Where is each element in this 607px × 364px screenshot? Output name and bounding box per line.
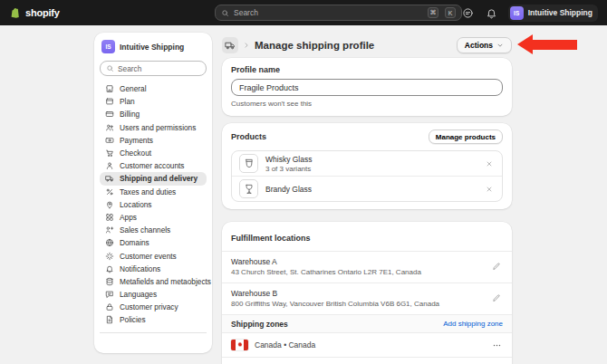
store-name: Intuitive Shipping bbox=[120, 43, 184, 52]
add-shipping-zone-link[interactable]: Add shipping zone bbox=[443, 320, 503, 328]
sidebar-item-policies[interactable]: Policies bbox=[100, 313, 207, 326]
profile-name-input[interactable] bbox=[231, 79, 503, 96]
settings-nav: General Plan Billing Users and permissio… bbox=[100, 82, 207, 327]
settings-sidebar: IS Intuitive Shipping Search General Pla… bbox=[94, 33, 212, 353]
profile-name-card: Profile name Customers won't see this bbox=[222, 58, 512, 116]
actions-button-label: Actions bbox=[465, 41, 493, 50]
product-row-brandy-glass: Brandy Glass bbox=[232, 176, 502, 201]
truck-icon bbox=[105, 174, 114, 183]
zone-row-canada: Canada • Canada bbox=[222, 332, 512, 357]
plan-icon bbox=[105, 97, 114, 106]
checkout-icon bbox=[105, 148, 114, 158]
chevron-right-icon bbox=[243, 42, 250, 49]
store-switcher[interactable]: IS Intuitive Shipping bbox=[100, 40, 207, 53]
bell-icon bbox=[486, 7, 497, 19]
sidebar-search-input[interactable]: Search bbox=[100, 61, 207, 76]
users-icon bbox=[105, 123, 114, 132]
shortcut-key-k: K bbox=[445, 7, 456, 18]
location-name: Warehouse B bbox=[231, 289, 439, 298]
person-icon bbox=[105, 161, 114, 170]
notifications-button[interactable] bbox=[485, 5, 499, 20]
lock-icon bbox=[105, 302, 114, 311]
remove-product-button[interactable] bbox=[484, 158, 495, 169]
sidebar-item-customer-accounts[interactable]: Customer accounts bbox=[100, 159, 207, 172]
sidebar-item-customer-privacy[interactable]: Customer privacy bbox=[100, 301, 207, 313]
annotation-arrow bbox=[517, 34, 577, 54]
profile-name-label: Profile name bbox=[231, 65, 503, 74]
manage-products-button[interactable]: Manage products bbox=[429, 129, 503, 144]
location-name: Warehouse A bbox=[231, 257, 421, 266]
page-title: Manage shipping profile bbox=[255, 40, 374, 51]
sidebar-item-payments[interactable]: Payments bbox=[100, 134, 207, 147]
shopify-logo[interactable]: shopify bbox=[9, 6, 60, 19]
main-content: Manage shipping profile Actions Profile … bbox=[222, 36, 512, 364]
maple-leaf-icon bbox=[236, 341, 244, 349]
sidebar-item-notifications[interactable]: Notifications bbox=[100, 263, 207, 275]
sidebar-item-domains[interactable]: Domains bbox=[100, 236, 207, 249]
topbar: shopify Search ⌘ K IS Intuitive Shipping bbox=[0, 0, 607, 25]
global-search-input[interactable]: Search ⌘ K bbox=[215, 5, 462, 21]
page-canvas: IS Intuitive Shipping Search General Pla… bbox=[0, 25, 607, 364]
shipping-breadcrumb-button[interactable] bbox=[222, 37, 238, 53]
sidebar-item-metafields-and-metaobjects[interactable]: Metafields and metaobjects bbox=[100, 275, 207, 288]
sidebar-item-locations[interactable]: Locations bbox=[100, 198, 207, 211]
sidebar-item-checkout[interactable]: Checkout bbox=[100, 147, 207, 159]
sidebar-item-sales-channels[interactable]: Sales channels bbox=[100, 224, 207, 236]
payments-icon bbox=[105, 136, 114, 145]
product-name: Brandy Glass bbox=[265, 185, 312, 194]
search-icon bbox=[106, 64, 114, 72]
location-address: 43 Church Street, St. Catharines Ontario… bbox=[231, 268, 421, 276]
edit-location-button[interactable] bbox=[492, 293, 503, 304]
sidebar-item-users-and-permissions[interactable]: Users and permissions bbox=[100, 121, 207, 134]
fulfillment-locations-card: Fulfillment locations Warehouse A 43 Chu… bbox=[222, 222, 512, 364]
zone-options-button[interactable] bbox=[490, 339, 503, 351]
user-menu[interactable]: IS Intuitive Shipping bbox=[508, 5, 598, 22]
pin-icon bbox=[105, 200, 114, 209]
shopify-wordmark: shopify bbox=[25, 7, 60, 18]
products-card-title: Products bbox=[231, 132, 266, 141]
sidebar-search-placeholder: Search bbox=[118, 64, 141, 73]
metafields-icon bbox=[105, 277, 114, 286]
shopify-bag-icon bbox=[9, 6, 22, 19]
fulfillment-card-title: Fulfillment locations bbox=[231, 234, 311, 243]
rate-row-express: Express 1 to 2 business days $5.00 bbox=[222, 357, 512, 364]
remove-product-button[interactable] bbox=[484, 184, 495, 195]
locations-list: Warehouse A 43 Church Street, St. Cathar… bbox=[222, 251, 512, 314]
percent-icon bbox=[105, 187, 114, 196]
zone-label: Canada • Canada bbox=[255, 340, 315, 350]
product-variants: 3 of 3 variants bbox=[265, 165, 312, 173]
product-name: Whisky Glass bbox=[265, 155, 312, 164]
close-icon bbox=[486, 186, 493, 193]
pencil-icon bbox=[492, 262, 501, 271]
glass-brandy-icon bbox=[243, 183, 255, 196]
sidebar-item-taxes-and-duties[interactable]: Taxes and duties bbox=[100, 186, 207, 198]
globe-icon bbox=[105, 238, 114, 247]
sidekick-button[interactable] bbox=[461, 5, 476, 20]
location-address: 800 Griffiths Way, Vancouver British Col… bbox=[231, 300, 439, 308]
profile-name-helper: Customers won't see this bbox=[231, 100, 503, 108]
sidebar-item-customer-events[interactable]: Customer events bbox=[100, 249, 207, 262]
close-icon bbox=[486, 160, 493, 168]
sidebar-footer-divider bbox=[100, 332, 207, 352]
search-icon bbox=[221, 9, 229, 17]
canada-flag-icon bbox=[231, 340, 248, 350]
product-row-whisky-glass: Whisky Glass 3 of 3 variants bbox=[232, 151, 502, 176]
global-search-placeholder: Search bbox=[234, 8, 421, 17]
avatar: IS bbox=[510, 6, 524, 20]
sidebar-item-apps[interactable]: Apps bbox=[100, 211, 207, 224]
store-icon bbox=[105, 84, 114, 93]
policies-icon bbox=[105, 315, 114, 324]
sidebar-item-languages[interactable]: Languages bbox=[100, 288, 207, 301]
location-row-warehouse-a: Warehouse A 43 Church Street, St. Cathar… bbox=[222, 251, 512, 283]
products-card: Products Manage products Whisky Glass 3 … bbox=[222, 123, 512, 209]
sidebar-item-plan[interactable]: Plan bbox=[100, 95, 207, 108]
sidebar-item-general[interactable]: General bbox=[100, 82, 207, 95]
sidebar-item-billing[interactable]: Billing bbox=[100, 108, 207, 120]
products-list: Whisky Glass 3 of 3 variants Brandy Glas… bbox=[231, 150, 503, 202]
sidebar-item-shipping-and-delivery[interactable]: Shipping and delivery bbox=[100, 172, 207, 185]
edit-location-button[interactable] bbox=[492, 262, 503, 273]
actions-button[interactable]: Actions bbox=[457, 37, 512, 53]
location-row-warehouse-b: Warehouse B 800 Griffiths Way, Vancouver… bbox=[222, 283, 512, 314]
user-name: Intuitive Shipping bbox=[528, 8, 593, 17]
languages-icon bbox=[105, 290, 114, 299]
